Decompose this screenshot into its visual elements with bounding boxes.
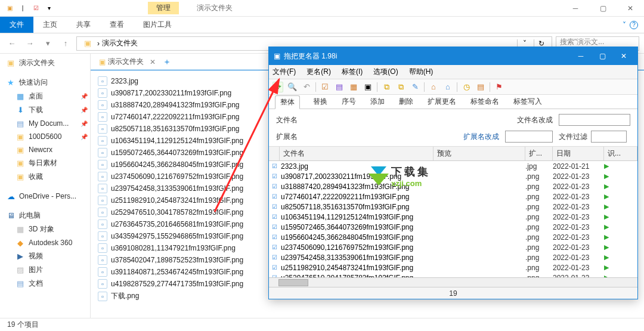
nav-recent-icon[interactable]: ▾	[41, 36, 55, 51]
renamer-close-button[interactable]: ✕	[615, 52, 633, 60]
toolbar-f2-icon[interactable]: ⧉	[395, 82, 406, 92]
rtab-tag-name[interactable]: 标签命名	[469, 95, 500, 108]
play-icon[interactable]: ▶	[604, 193, 616, 200]
tree-this-pc[interactable]: 🖥此电脑	[0, 209, 90, 222]
maximize-button[interactable]: ▢	[589, 0, 617, 17]
toolbar-search-icon[interactable]: 🔍	[287, 82, 298, 92]
play-icon[interactable]: ▶	[604, 182, 616, 190]
play-icon[interactable]: ▶	[604, 264, 616, 271]
col-date[interactable]: 日期	[553, 147, 604, 160]
menu-rename[interactable]: 更名(R)	[306, 67, 331, 77]
tree-downloads[interactable]: ⬇下载📌	[0, 103, 90, 117]
tree-folder[interactable]: ▣收藏	[0, 170, 90, 184]
row-checkbox-icon[interactable]: ☑	[269, 163, 280, 169]
ribbon-tab-home[interactable]: 主页	[33, 17, 67, 33]
input-filename-to[interactable]	[559, 114, 630, 126]
breadcrumb[interactable]: 演示文件夹	[102, 38, 138, 48]
menu-file[interactable]: 文件(F)	[273, 67, 296, 77]
table-row[interactable]: ☑u1063451194,1129125124fm193fGIF.png.png…	[269, 212, 637, 222]
row-checkbox-icon[interactable]: ☑	[269, 193, 280, 200]
row-checkbox-icon[interactable]: ☑	[269, 244, 280, 250]
row-checkbox-icon[interactable]: ☑	[269, 183, 280, 190]
renamer-minimize-button[interactable]: ─	[572, 52, 590, 60]
toolbar-check-icon[interactable]: ☑	[320, 82, 330, 92]
qat-check-icon[interactable]: ☑	[31, 4, 41, 13]
tree-folder[interactable]: ▣每日素材	[0, 156, 90, 170]
row-checkbox-icon[interactable]: ☑	[269, 173, 280, 180]
tab-close-icon[interactable]: ✕	[150, 58, 156, 66]
table-row[interactable]: ☑u727460147,2222092211fm193fGIF.png.png2…	[269, 191, 637, 202]
toolbar-tag2-icon[interactable]: ⌂	[442, 82, 453, 92]
rtab-add[interactable]: 添加	[369, 95, 386, 108]
label-ext-to[interactable]: 扩展名改成	[315, 132, 499, 142]
rtab-replace[interactable]: 替换	[312, 95, 329, 108]
table-row[interactable]: ☑2323.jpg.jpg2022-01-21▶	[269, 161, 637, 171]
col-preview[interactable]: 预览	[434, 147, 525, 160]
table-row[interactable]: ☑u318887420,2894941323fm193fGIF.png.png2…	[269, 181, 637, 191]
close-button[interactable]: ✕	[617, 0, 644, 17]
row-checkbox-icon[interactable]: ☑	[269, 234, 280, 240]
row-checkbox-icon[interactable]: ☑	[269, 203, 280, 210]
toolbar-doc-icon[interactable]: ▤	[475, 82, 486, 92]
toolbar-undo-icon[interactable]: ↶	[301, 82, 312, 92]
contextual-tab[interactable]: 管理	[148, 2, 179, 14]
toolbar-edit-icon[interactable]: ✎	[410, 82, 420, 92]
horizontal-scrollbar[interactable]	[269, 277, 637, 287]
toolbar-f1-icon[interactable]: ⧉	[381, 82, 392, 92]
play-icon[interactable]: ▶	[604, 203, 616, 211]
input-ext-to[interactable]	[505, 131, 553, 143]
minimize-button[interactable]: ─	[562, 0, 589, 17]
tree-desktop[interactable]: ▦桌面📌	[0, 89, 90, 103]
tree-documents-pc[interactable]: ▤文档	[0, 277, 90, 290]
nav-up-icon[interactable]: ↑	[58, 36, 73, 51]
col-filename[interactable]: 文件名	[280, 147, 434, 160]
nav-forward-icon[interactable]: →	[23, 36, 37, 51]
renamer-maximize-button[interactable]: ▢	[593, 52, 611, 60]
play-icon[interactable]: ▶	[604, 223, 616, 231]
play-icon[interactable]: ▶	[604, 243, 616, 251]
table-row[interactable]: ☑u1595072465,3644073269fm193fGIF.png.png…	[269, 222, 637, 232]
play-icon[interactable]: ▶	[604, 172, 616, 180]
ribbon-collapse-icon[interactable]: ˅	[623, 21, 626, 29]
toolbar-add-folder-icon[interactable]: ⟳	[273, 82, 283, 92]
tree-folder[interactable]: ▣100D5600📌	[0, 130, 90, 143]
play-icon[interactable]: ▶	[604, 162, 616, 170]
tree-autodesk[interactable]: ◆Autodesk 360	[0, 236, 90, 249]
input-filter[interactable]	[591, 131, 627, 143]
toolbar-flag-icon[interactable]: ⚑	[494, 82, 504, 92]
nav-back-icon[interactable]: ←	[5, 36, 19, 51]
ribbon-tab-file[interactable]: 文件	[0, 17, 33, 33]
tab-current-folder[interactable]: ▣演示文件夹✕	[95, 55, 159, 69]
row-checkbox-icon[interactable]: ☑	[269, 214, 280, 220]
col-recognize[interactable]: 识...	[604, 147, 637, 160]
tree-documents[interactable]: ▤My Docum...📌	[0, 117, 90, 130]
tree-quick-access[interactable]: ★快速访问	[0, 76, 90, 89]
toolbar-align-icon[interactable]: ▤	[334, 82, 345, 92]
table-row[interactable]: ☑u3908717,2002330211fm193fGIF.png.png202…	[269, 171, 637, 181]
table-row[interactable]: ☑u2397542458,3133539061fm193fGIF.png.png…	[269, 252, 637, 262]
ribbon-tab-share[interactable]: 共享	[67, 17, 100, 33]
row-checkbox-icon[interactable]: ☑	[269, 254, 280, 261]
tree-videos[interactable]: ▶视频	[0, 249, 90, 263]
rtab-whole[interactable]: 整体	[275, 95, 300, 109]
ribbon-tab-view[interactable]: 查看	[100, 17, 134, 33]
tree-folder[interactable]: ▣Newcrx	[0, 143, 90, 156]
tree-root[interactable]: ▣演示文件夹	[0, 56, 90, 70]
toolbar-view-icon[interactable]: ▣	[363, 82, 373, 92]
tree-3d-objects[interactable]: ▦3D 对象	[0, 222, 90, 236]
toolbar-align2-icon[interactable]: ▦	[348, 82, 359, 92]
rtab-ext-rename[interactable]: 扩展更名	[426, 95, 457, 108]
tree-onedrive[interactable]: ☁OneDrive - Pers...	[0, 190, 90, 203]
tree-pictures[interactable]: ▨图片	[0, 263, 90, 277]
rtab-delete[interactable]: 删除	[398, 95, 414, 108]
menu-help[interactable]: 帮助(H)	[409, 67, 434, 77]
table-row[interactable]: ☑u2529476510,3041785782fm193fGIF.png.png…	[269, 273, 637, 277]
row-checkbox-icon[interactable]: ☑	[269, 264, 280, 271]
qat-dropdown-icon[interactable]: ▾	[44, 4, 54, 13]
rtab-tag-write[interactable]: 标签写入	[512, 95, 543, 108]
help-icon[interactable]: ?	[630, 21, 638, 29]
add-tab-button[interactable]: ＋	[163, 57, 171, 67]
play-icon[interactable]: ▶	[604, 233, 616, 241]
table-row[interactable]: ☑u825057118,3516313570fm193fGIF.png.png2…	[269, 202, 637, 212]
play-icon[interactable]: ▶	[604, 213, 616, 221]
